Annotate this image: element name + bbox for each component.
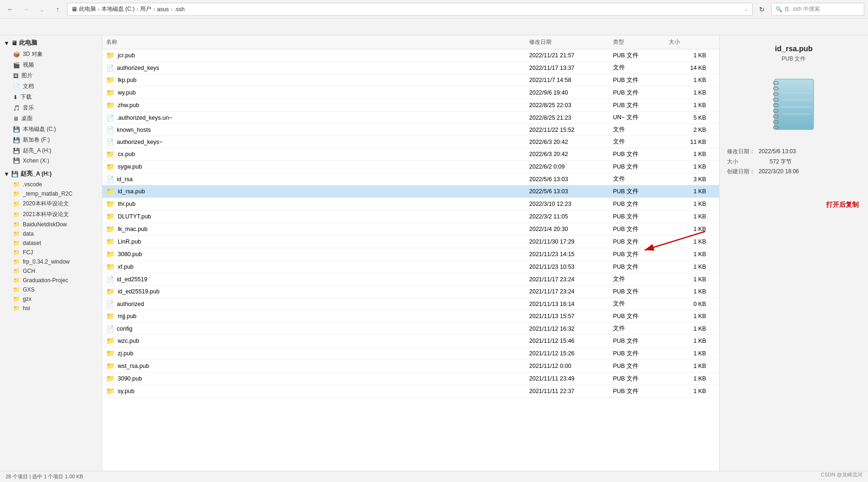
sidebar-folder-item[interactable]: 📁GCH: [0, 266, 102, 276]
table-row[interactable]: 📄 authorized_keys 2022/11/17 13:37 文件 14…: [102, 62, 719, 74]
file-name-text: zj.pub: [118, 350, 133, 357]
sidebar-folder-item[interactable]: 📁BaiduNetdiskDow: [0, 220, 102, 229]
sidebar-item-downloads[interactable]: ⬇ 下载: [0, 92, 102, 102]
address-path[interactable]: 🖥 此电脑 › 本地磁盘 (C:) › 用户 › asus › .ssh ⌄: [67, 3, 753, 16]
sidebar-computer-label: 此电脑: [19, 39, 37, 47]
file-type: PUB 文件: [613, 238, 669, 246]
sidebar-folder-item[interactable]: 📁_temp_matlab_R2C: [0, 189, 102, 198]
folder-icon: 📁: [106, 374, 115, 383]
table-row[interactable]: 📁 xf.pub 2021/11/23 10:53 PUB 文件 1 KB: [102, 261, 719, 273]
file-size: 1 KB: [669, 201, 715, 207]
table-row[interactable]: 📁 wy.pub 2022/9/6 19:40 PUB 文件 1 KB: [102, 87, 719, 99]
sidebar-driveh-expanded[interactable]: ▼ 💾 赵亮_A (H:): [0, 168, 102, 180]
table-row[interactable]: 📄 authorized 2021/11/13 16:14 文件 0 KB: [102, 298, 719, 310]
table-row[interactable]: 📁 3080.pub 2021/11/23 14:15 PUB 文件 1 KB: [102, 248, 719, 261]
sidebar-folder-item[interactable]: 📁frp_0.34.2_window: [0, 257, 102, 266]
file-date: 2021/11/11 23:49: [529, 375, 613, 382]
forward-button[interactable]: →: [20, 3, 33, 16]
sidebar-item-pictures[interactable]: 🖼 图片: [0, 70, 102, 81]
table-row[interactable]: 📁 zhw.pub 2022/8/25 22:03 PUB 文件 1 KB: [102, 99, 719, 112]
table-row[interactable]: 📁 DLUTYT.pub 2022/3/2 11:05 PUB 文件 1 KB: [102, 210, 719, 223]
path-segment-disk[interactable]: 本地磁盘 (C:): [101, 5, 135, 13]
col-name[interactable]: 名称: [106, 38, 529, 46]
file-name-text: LinR.pub: [118, 238, 141, 245]
table-row[interactable]: 📄 config 2021/11/12 16:32 文件 1 KB: [102, 323, 719, 335]
table-row[interactable]: 📁 cx.pub 2022/6/3 20:42 PUB 文件 1 KB: [102, 148, 719, 161]
sidebar-folder-item[interactable]: 📁dataset: [0, 238, 102, 248]
path-segment-users[interactable]: 用户: [140, 5, 151, 13]
file-type: PUB 文件: [613, 375, 669, 383]
file-icon: 📄: [106, 300, 114, 308]
table-row[interactable]: 📁 wzc.pub 2021/11/12 15:46 PUB 文件 1 KB: [102, 335, 719, 347]
sidebar-item-drive-f[interactable]: 💾 新加卷 (F:): [0, 135, 102, 145]
sidebar-item-documents[interactable]: 📄 文档: [0, 81, 102, 92]
table-row[interactable]: 📄 id_rsa 2022/5/6 13:03 文件 3 KB: [102, 173, 719, 185]
table-row[interactable]: 📁 3090.pub 2021/11/11 23:49 PUB 文件 1 KB: [102, 373, 719, 385]
sidebar-item-desktop[interactable]: 🖥 桌面: [0, 113, 102, 124]
path-segment-computer[interactable]: 此电脑: [79, 5, 96, 13]
sidebar-item-3d[interactable]: 📦 3D 对象: [0, 49, 102, 60]
table-row[interactable]: 📁 lkp.pub 2022/11/7 14:58 PUB 文件 1 KB: [102, 74, 719, 87]
3d-icon: 📦: [13, 51, 20, 58]
preview-icon: [766, 72, 822, 137]
file-type: PUB 文件: [613, 263, 669, 271]
path-segment-asus[interactable]: asus: [157, 6, 168, 13]
file-type: PUB 文件: [613, 102, 669, 109]
table-row[interactable]: 📁 jcr.pub 2022/11/21 21:57 PUB 文件 1 KB: [102, 49, 719, 62]
file-name-cell: 📄 authorized_keys: [106, 64, 529, 72]
table-row[interactable]: 📁 wst_rsa.pub 2021/11/12 0:00 PUB 文件 1 K…: [102, 360, 719, 373]
table-row[interactable]: 📁 LinR.pub 2021/11/30 17:29 PUB 文件 1 KB: [102, 236, 719, 248]
sidebar-folder-item[interactable]: 📁data: [0, 229, 102, 238]
sidebar-folder-item[interactable]: 📁.vscode: [0, 180, 102, 189]
file-size: 1 KB: [669, 388, 715, 394]
table-row[interactable]: 📄 .authorized_keys.un~ 2022/8/25 21:23 U…: [102, 112, 719, 124]
sidebar-folder-item[interactable]: 📁GXS: [0, 285, 102, 294]
down-button[interactable]: ⌄: [35, 3, 48, 16]
table-row[interactable]: 📄 known_hosts 2022/11/22 15:52 文件 2 KB: [102, 124, 719, 136]
col-type[interactable]: 类型: [613, 38, 669, 46]
col-date[interactable]: 修改日期: [529, 38, 613, 46]
sidebar-folder-item[interactable]: 📁FCJ: [0, 248, 102, 257]
table-row[interactable]: 📁 zj.pub 2021/11/12 15:26 PUB 文件 1 KB: [102, 347, 719, 360]
sidebar-folder-item[interactable]: 📁2020本科毕设论文: [0, 198, 102, 209]
file-name-text: id_rsa: [117, 176, 133, 183]
sidebar-item-music[interactable]: 🎵 音乐: [0, 102, 102, 113]
col-size[interactable]: 大小: [669, 38, 715, 46]
folder-icon: 📁: [106, 250, 115, 258]
sidebar-item-drive-x[interactable]: 💾 Xchen (X:): [0, 156, 102, 165]
table-row[interactable]: 📁 id_rsa.pub 2022/5/6 13:03 PUB 文件 1 KB: [102, 185, 719, 198]
sidebar-item-video[interactable]: 🎬 视频: [0, 60, 102, 70]
table-row[interactable]: 📁 lk_mac.pub 2022/1/4 20:30 PUB 文件 1 KB: [102, 223, 719, 236]
table-row[interactable]: 📁 thr.pub 2022/3/10 12:23 PUB 文件 1 KB: [102, 198, 719, 210]
sidebar-folder-item[interactable]: 📁Graduation-Projec: [0, 276, 102, 285]
sidebar-folder-item[interactable]: 📁hsi: [0, 304, 102, 313]
sidebar-folder-item[interactable]: 📁gzx: [0, 294, 102, 304]
svg-rect-1: [774, 79, 814, 129]
up-button[interactable]: ↑: [51, 3, 64, 16]
refresh-button[interactable]: ↻: [755, 3, 768, 16]
sidebar-item-drive-h[interactable]: 💾 赵亮_A (H:): [0, 145, 102, 156]
table-row[interactable]: 📄 authorized_keys~ 2022/6/3 20:42 文件 11 …: [102, 136, 719, 148]
file-type: PUB 文件: [613, 362, 669, 370]
path-segment-ssh[interactable]: .ssh: [175, 6, 185, 13]
file-name-text: 3080.pub: [118, 251, 142, 258]
file-date: 2022/6/3 20:42: [529, 139, 613, 145]
table-row[interactable]: 📁 sygw.pub 2022/6/2 0:09 PUB 文件 1 KB: [102, 161, 719, 173]
file-icon: 📄: [106, 276, 114, 283]
table-row[interactable]: 📁 sy.pub 2021/11/11 22:37 PUB 文件 1 KB: [102, 385, 719, 398]
search-box[interactable]: 🔍 在 .ssh 中搜索: [771, 3, 864, 16]
file-type: PUB 文件: [613, 150, 669, 158]
table-row[interactable]: 📄 id_ed25519 2021/11/17 23:24 文件 1 KB: [102, 273, 719, 285]
file-type: PUB 文件: [613, 225, 669, 233]
file-name-cell: 📁 wy.pub: [106, 88, 529, 97]
file-name-cell: 📁 DLUTYT.pub: [106, 212, 529, 221]
table-row[interactable]: 📁 mjj.pub 2021/11/13 15:57 PUB 文件 1 KB: [102, 310, 719, 323]
file-date: 2021/11/12 15:26: [529, 350, 613, 357]
back-button[interactable]: ←: [4, 3, 17, 16]
table-row[interactable]: 📁 id_ed25519.pub 2021/11/17 23:24 PUB 文件…: [102, 285, 719, 298]
file-size: 1 KB: [669, 238, 715, 245]
sidebar-folder-item[interactable]: 📁2021本科毕设论文: [0, 209, 102, 220]
sidebar-item-local-disk[interactable]: 💾 本地磁盘 (C:): [0, 124, 102, 135]
disk-icon: 💾: [13, 126, 20, 133]
sidebar-computer-section[interactable]: ▼ 🖥 此电脑: [0, 37, 102, 49]
